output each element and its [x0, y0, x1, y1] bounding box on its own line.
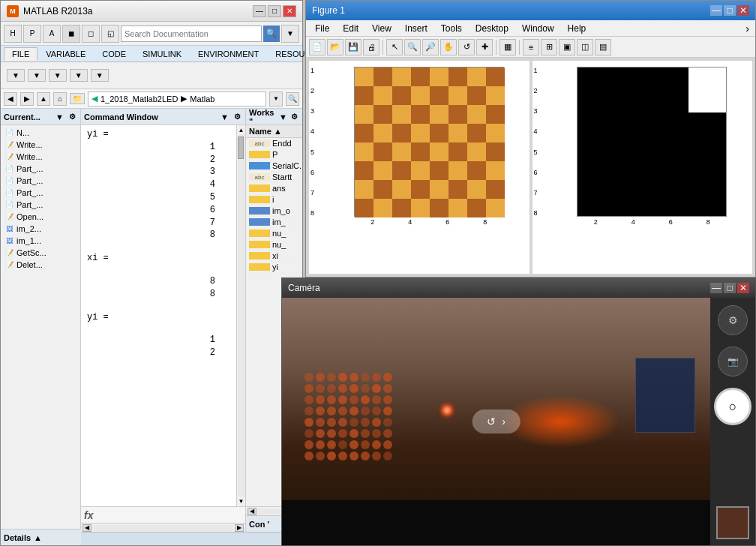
command-content[interactable]: yi = 1 2 3 4 5 6 7 8 xi = 8 8 yi = [81, 125, 236, 506]
menu-window[interactable]: Window [516, 22, 560, 35]
scrollbar-thumb[interactable] [238, 136, 244, 159]
file-item-8[interactable]: 🖼 im_2... [1, 223, 80, 235]
file-item-6[interactable]: 📄 Part_... [1, 199, 80, 211]
cam-gear-button[interactable]: ⚙ [718, 305, 748, 335]
ws-item-serial[interactable]: SerialC. [246, 160, 302, 172]
fig-minimize-btn[interactable]: — [710, 5, 722, 16]
ws-item-yi[interactable]: yi [246, 262, 302, 273]
tab-environment[interactable]: ENVIRONMENT [190, 47, 267, 61]
fig-new-btn[interactable]: 📄 [309, 39, 326, 56]
file-item-2[interactable]: 📝 Write... [1, 151, 80, 163]
file-item-4[interactable]: 📄 Part_... [1, 175, 80, 187]
maximize-button[interactable]: □ [268, 5, 281, 17]
fig-legend-btn[interactable]: ≡ [523, 39, 539, 56]
cmd-scrollbar[interactable]: ▲ ▼ [236, 125, 245, 506]
hscroll-left-btn[interactable]: ◀ [82, 524, 92, 532]
fig-pan-btn[interactable]: ✋ [440, 39, 457, 56]
menu-desktop[interactable]: Desktop [470, 22, 514, 35]
file-item-9[interactable]: 🖼 im_1... [1, 235, 80, 247]
search-button[interactable]: 🔍 [263, 26, 280, 42]
menu-tools[interactable]: Tools [435, 22, 468, 35]
ribbon-dropdown-1[interactable]: ▼ [7, 69, 25, 82]
fig-maximize-btn[interactable]: □ [724, 5, 736, 16]
file-item-5[interactable]: 📄 Part_... [1, 187, 80, 199]
expand-btn[interactable]: ▼ [281, 25, 299, 43]
fig-open-btn[interactable]: 📂 [327, 39, 344, 56]
fig-zoom-in-btn[interactable]: 🔍 [404, 39, 421, 56]
nav-home-button[interactable]: ⌂ [53, 92, 67, 106]
scroll-up-btn[interactable]: ▲ [237, 125, 245, 135]
file-item-7[interactable]: 📝 Open... [1, 211, 80, 223]
folder-options-btn[interactable]: ⚙ [67, 112, 77, 122]
close-button[interactable]: ✕ [283, 5, 296, 17]
camera-overlay-button[interactable]: ↺ › [472, 410, 520, 434]
fig-subplot-btn3[interactable]: ▤ [595, 39, 611, 56]
plots-btn[interactable]: P [23, 25, 41, 43]
ribbon-dropdown-3[interactable]: ▼ [49, 69, 67, 82]
ws-item-startt[interactable]: abc Startt [246, 172, 302, 183]
menu-view[interactable]: View [366, 22, 398, 35]
path-dropdown-btn[interactable]: ▼ [269, 92, 283, 106]
ws-item-i[interactable]: i [246, 194, 302, 206]
fig-save-btn[interactable]: 💾 [345, 39, 362, 56]
hscroll-right-btn[interactable]: ▶ [235, 524, 244, 532]
ribbon-dropdown-4[interactable]: ▼ [70, 69, 88, 82]
path-search-btn[interactable]: 🔍 [286, 92, 299, 106]
cam-capture-button[interactable]: ○ [714, 388, 752, 425]
ws-hscroll-left[interactable]: ◀ [248, 508, 256, 515]
ws-item-endd[interactable]: abc Endd [246, 138, 302, 149]
file-item-10[interactable]: 📝 GetSc... [1, 247, 80, 259]
cam-minimize-btn[interactable]: — [710, 283, 722, 293]
fig-subplot-btn[interactable]: ▣ [559, 39, 575, 56]
minimize-button[interactable]: — [253, 5, 266, 17]
ws-item-ans[interactable]: ans [246, 183, 302, 194]
fig-rotate-btn[interactable]: ↺ [458, 39, 475, 56]
file-item-11[interactable]: 📝 Delet... [1, 259, 80, 271]
cam-close-btn[interactable]: ✕ [737, 283, 749, 293]
menu-file[interactable]: File [309, 22, 335, 35]
cmd-options-btn[interactable]: ⚙ [232, 112, 242, 122]
fig-arrow-btn[interactable]: ↖ [386, 39, 403, 56]
cmd-hscroll[interactable]: ◀ ▶ [81, 523, 245, 532]
ws-item-xi[interactable]: xi [246, 250, 302, 262]
tb-icon2[interactable]: ◻ [82, 25, 100, 43]
apps-btn[interactable]: A [43, 25, 61, 43]
cam-thumbnail[interactable] [716, 506, 749, 539]
tab-simulink[interactable]: SIMULINK [134, 47, 190, 61]
tab-variable[interactable]: VARIABLE [38, 47, 94, 61]
cam-maximize-btn[interactable]: □ [724, 283, 736, 293]
file-item-0[interactable]: 📄 N... [1, 127, 80, 139]
fig-zoom-out-btn[interactable]: 🔎 [422, 39, 439, 56]
ws-item-nu2[interactable]: nu_ [246, 239, 302, 250]
file-item-3[interactable]: 📄 Part_... [1, 163, 80, 175]
file-item-1[interactable]: 📝 Write... [1, 139, 80, 151]
cam-video-button[interactable]: 📷 [718, 346, 748, 376]
fig-insert-colorbar[interactable]: ▦ [500, 39, 516, 56]
fig-subplot-btn2[interactable]: ◫ [577, 39, 593, 56]
ws-item-p[interactable]: P [246, 149, 302, 160]
menu-edit[interactable]: Edit [337, 22, 364, 35]
nav-back-button[interactable]: ◀ [4, 92, 17, 106]
tb-icon3[interactable]: ◱ [101, 25, 119, 43]
fig-close-btn[interactable]: ✕ [737, 5, 749, 16]
scroll-down-btn[interactable]: ▼ [237, 496, 245, 506]
ws-item-imo[interactable]: im_o [246, 206, 302, 217]
fig-datacursor-btn[interactable]: ✚ [476, 39, 493, 56]
home-btn[interactable]: H [4, 25, 22, 43]
tab-file[interactable]: FILE [4, 47, 38, 61]
fig-grid-btn[interactable]: ⊞ [541, 39, 557, 56]
ws-item-im[interactable]: im_ [246, 217, 302, 228]
nav-up-button[interactable]: ▲ [37, 92, 50, 106]
ws-item-nu1[interactable]: nu_ [246, 228, 302, 239]
fig-print-btn[interactable]: 🖨 [363, 39, 380, 56]
tb-icon1[interactable]: ◼ [62, 25, 80, 43]
ws-options-btn[interactable]: ⚙ [290, 112, 299, 122]
search-input[interactable] [121, 26, 262, 42]
ribbon-dropdown-5[interactable]: ▼ [91, 69, 109, 82]
menu-insert[interactable]: Insert [399, 22, 434, 35]
menu-help[interactable]: Help [562, 22, 592, 35]
ribbon-dropdown-2[interactable]: ▼ [28, 69, 46, 82]
tab-code[interactable]: CODE [94, 47, 134, 61]
nav-forward-button[interactable]: ▶ [20, 92, 34, 106]
figure-collapse-btn[interactable]: › [742, 22, 752, 34]
